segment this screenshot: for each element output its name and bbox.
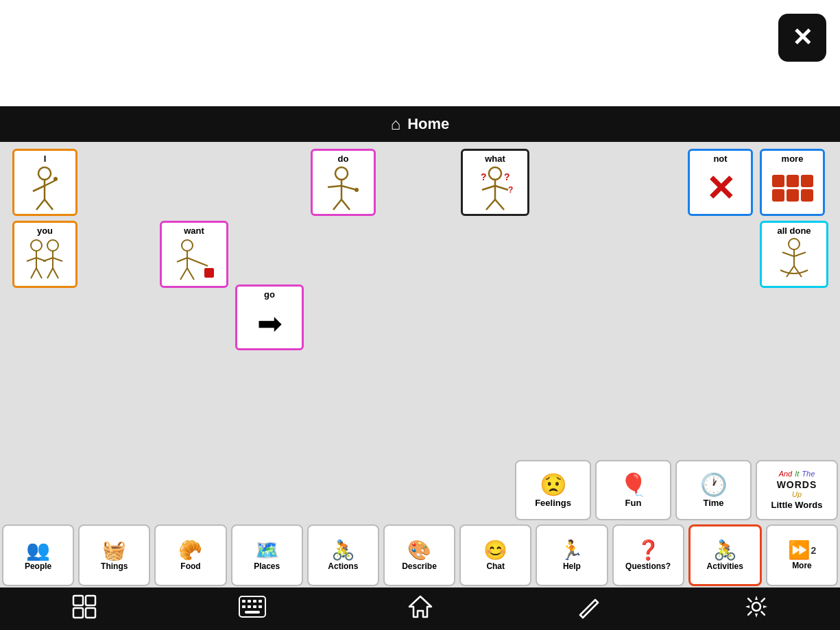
svg-point-0 <box>38 167 51 180</box>
svg-line-12 <box>333 199 341 210</box>
settings-icon <box>744 594 769 624</box>
svg-rect-50 <box>73 608 83 618</box>
home-toolbar-button[interactable] <box>400 592 441 626</box>
little-words-icon: And It The WORDS Up <box>777 470 817 499</box>
more-card[interactable]: more <box>760 149 825 216</box>
top-bar: ✕ <box>0 0 840 106</box>
grid-icon <box>72 594 97 624</box>
svg-point-67 <box>752 603 760 611</box>
fun-button[interactable]: 🎈 Fun <box>595 460 671 520</box>
actions-icon: 🚴 <box>331 539 355 561</box>
help-label: Help <box>563 561 581 571</box>
main-area: I do <box>0 142 840 457</box>
svg-rect-53 <box>242 600 245 603</box>
questions-button[interactable]: ❓ Questions? <box>612 524 684 586</box>
more2-button[interactable]: ⏩ 2 More <box>766 524 838 586</box>
you-card[interactable]: you <box>12 221 77 288</box>
want-card-label: want <box>184 226 204 236</box>
svg-point-23 <box>31 240 42 251</box>
help-button[interactable]: 🏃 Help <box>536 524 608 586</box>
home-bar: ⌂ Home <box>0 106 840 142</box>
actions-button[interactable]: 🚴 Actions <box>307 524 379 586</box>
what-card-label: what <box>485 154 505 164</box>
svg-text:?: ? <box>508 185 513 195</box>
actions-label: Actions <box>328 561 358 571</box>
do-card-image <box>320 165 368 213</box>
feelings-button[interactable]: 😟 Feelings <box>515 460 591 520</box>
svg-rect-61 <box>245 611 260 614</box>
svg-point-14 <box>489 167 501 180</box>
all-done-card-label: all done <box>777 226 811 236</box>
settings-button[interactable] <box>736 592 777 626</box>
close-button[interactable]: ✕ <box>778 14 826 62</box>
svg-line-37 <box>177 258 187 262</box>
svg-line-28 <box>36 268 42 278</box>
svg-line-3 <box>45 180 56 186</box>
feelings-label: Feelings <box>535 498 571 508</box>
svg-rect-57 <box>242 605 245 608</box>
svg-line-40 <box>187 268 194 280</box>
places-icon: 🗺️ <box>255 539 279 561</box>
not-card-image: ✕ <box>697 165 745 211</box>
svg-line-17 <box>495 186 508 190</box>
chat-label: Chat <box>486 561 505 571</box>
svg-line-5 <box>36 199 45 210</box>
svg-rect-51 <box>86 608 95 618</box>
svg-rect-41 <box>204 268 214 278</box>
svg-rect-60 <box>259 605 262 608</box>
chat-button[interactable]: 😊 Chat <box>459 524 531 586</box>
svg-point-7 <box>335 167 348 180</box>
want-card[interactable]: want <box>160 221 228 288</box>
all-done-card[interactable]: all done <box>760 221 828 288</box>
svg-line-45 <box>794 252 806 256</box>
activities-button[interactable]: 🚴 Activities <box>688 524 762 586</box>
food-button[interactable]: 🥐 Food <box>154 524 226 586</box>
svg-line-9 <box>328 186 341 187</box>
svg-line-39 <box>180 268 187 280</box>
home-toolbar-icon <box>408 594 433 624</box>
not-card-label: not <box>713 154 727 164</box>
svg-text:?: ? <box>504 171 510 182</box>
bottom-nav: 👥 People 🧺 Things 🥐 Food 🗺️ Places 🚴 Act… <box>0 522 840 587</box>
svg-line-32 <box>53 258 62 261</box>
do-card[interactable]: do <box>311 149 376 216</box>
what-card[interactable]: what ? ? ? <box>461 149 529 216</box>
all-done-card-image <box>770 237 818 284</box>
more2-icon: ⏩ 2 <box>788 540 817 561</box>
fun-icon: 🎈 <box>620 472 647 498</box>
svg-line-34 <box>53 268 58 278</box>
i-card[interactable]: I <box>12 149 77 216</box>
svg-marker-62 <box>409 596 431 617</box>
svg-rect-59 <box>253 605 256 608</box>
svg-rect-55 <box>253 600 256 603</box>
svg-rect-54 <box>248 600 251 603</box>
little-words-button[interactable]: And It The WORDS Up Little Words <box>756 460 838 520</box>
svg-rect-58 <box>248 605 251 608</box>
go-card[interactable]: go ➡ <box>235 284 304 350</box>
things-icon: 🧺 <box>102 539 126 561</box>
time-button[interactable]: 🕐 Time <box>675 460 752 520</box>
not-card[interactable]: not ✕ <box>688 149 753 216</box>
places-button[interactable]: 🗺️ Places <box>231 524 303 586</box>
x-symbol: ✕ <box>706 171 736 206</box>
pencil-button[interactable] <box>568 592 609 626</box>
places-label: Places <box>254 561 280 571</box>
svg-line-19 <box>495 199 504 210</box>
svg-line-44 <box>782 252 794 256</box>
activities-icon: 🚴 <box>713 539 737 561</box>
little-words-label: Little Words <box>771 500 823 510</box>
food-icon: 🥐 <box>178 539 202 561</box>
svg-line-27 <box>31 268 36 278</box>
go-card-label: go <box>264 289 275 300</box>
pencil-icon <box>576 594 601 624</box>
grid-button[interactable] <box>64 592 105 626</box>
i-card-label: I <box>44 154 47 164</box>
chat-icon: 😊 <box>483 539 507 561</box>
describe-button[interactable]: 🎨 Describe <box>383 524 455 586</box>
keyboard-button[interactable] <box>232 592 273 626</box>
svg-line-13 <box>341 199 350 210</box>
time-icon: 🕐 <box>700 472 728 498</box>
svg-line-31 <box>43 258 53 261</box>
things-button[interactable]: 🧺 Things <box>78 524 150 586</box>
people-button[interactable]: 👥 People <box>2 524 74 586</box>
